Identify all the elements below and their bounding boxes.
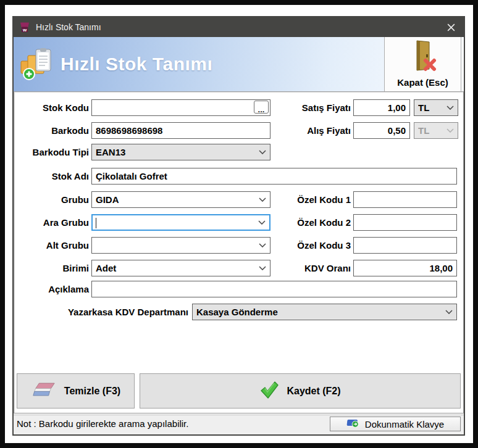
title-bar: w Hızlı Stok Tanımı — [14, 17, 464, 37]
eraser-icon — [31, 381, 57, 400]
close-icon — [447, 23, 456, 32]
stok-kodu-input[interactable] — [91, 99, 270, 116]
alis-fiyati-label: Alış Fiyatı — [273, 122, 351, 139]
window-title: Hızlı Stok Tanımı — [36, 17, 101, 37]
kaydet-button[interactable]: Kaydet (F2) — [140, 373, 461, 409]
chevron-down-icon — [258, 220, 266, 225]
yazarkasa-kdv-departmani-label: Yazarkasa KDV Departmanı — [14, 304, 188, 320]
stock-add-icon — [20, 46, 54, 83]
satis-currency-combo[interactable]: TL — [414, 99, 458, 116]
barkodu-tipi-combo[interactable]: EAN13 — [91, 144, 270, 160]
app-window: w Hızlı Stok Tanımı — [12, 16, 465, 436]
ara-grubu-label: Ara Grubu — [14, 214, 89, 231]
kapat-label: Kapat (Esc) — [385, 77, 461, 88]
status-bar: Not : Barkodu girilerekte arama yapılabi… — [14, 415, 464, 432]
page-title: Hızlı Stok Tanımı — [61, 37, 212, 91]
chevron-down-icon — [259, 266, 266, 270]
ozel-kodu-2-label: Özel Kodu 2 — [273, 214, 351, 231]
temizle-button[interactable]: Temizle (F3) — [17, 373, 135, 409]
header: Hızlı Stok Tanımı Kapat (Esc) — [14, 37, 464, 91]
chevron-down-icon — [259, 197, 266, 202]
ozel-kodu-2-input[interactable] — [353, 214, 457, 231]
birimi-label: Birimi — [14, 260, 89, 276]
alis-currency-combo: TL — [414, 122, 458, 139]
barkodu-tipi-label: Barkodu Tipi — [14, 144, 89, 160]
stok-kodu-label: Stok Kodu — [14, 99, 89, 116]
alt-grubu-label: Alt Grubu — [14, 237, 89, 254]
chevron-down-icon — [447, 106, 454, 110]
text-caret — [96, 218, 96, 228]
ozel-kodu-1-input[interactable] — [353, 191, 457, 208]
stok-adi-label: Stok Adı — [14, 168, 89, 185]
barkodu-label: Barkodu — [14, 122, 89, 139]
ozel-kodu-1-label: Özel Kodu 1 — [273, 191, 351, 208]
green-check-icon — [259, 380, 279, 402]
kdv-orani-label: KDV Oranı — [273, 260, 351, 276]
ozel-kodu-3-label: Özel Kodu 3 — [273, 237, 351, 254]
touch-keyboard-icon — [346, 418, 360, 430]
alis-fiyati-input[interactable] — [353, 122, 410, 139]
ara-grubu-combo[interactable] — [91, 214, 270, 231]
kaydet-label: Kaydet (F2) — [287, 386, 340, 397]
alt-grubu-combo[interactable] — [91, 237, 270, 254]
app-logo-icon: w — [19, 22, 30, 33]
stok-kodu-browse-button[interactable]: ... — [254, 101, 269, 114]
door-close-icon — [409, 39, 437, 74]
close-button[interactable] — [443, 20, 459, 35]
stok-adi-input[interactable] — [91, 168, 457, 185]
birimi-combo[interactable]: Adet — [91, 260, 270, 276]
yazarkasa-kdv-departmani-combo[interactable]: Kasaya Gönderme — [192, 304, 457, 320]
chevron-down-icon — [447, 128, 454, 133]
kapat-button[interactable]: Kapat (Esc) — [384, 37, 461, 91]
chevron-down-icon — [259, 150, 266, 154]
svg-text:w: w — [22, 27, 27, 33]
chevron-down-icon — [259, 243, 266, 247]
satis-fiyati-label: Satış Fiyatı — [273, 99, 351, 116]
chevron-down-icon — [445, 310, 453, 314]
screenshot-root: w Hızlı Stok Tanımı — [0, 0, 478, 448]
barkodu-input[interactable] — [91, 122, 270, 139]
grubu-label: Grubu — [14, 191, 89, 208]
aciklama-label: Açıklama — [14, 281, 89, 297]
dokunmatik-klavye-button[interactable]: Dokunmatik Klavye — [330, 417, 461, 431]
satis-fiyati-input[interactable] — [353, 99, 410, 116]
aciklama-input[interactable] — [91, 281, 457, 297]
status-note: Not : Barkodu girilerekte arama yapılabi… — [17, 415, 188, 433]
dokunmatik-klavye-label: Dokunmatik Klavye — [365, 419, 444, 429]
kdv-orani-input[interactable] — [353, 260, 457, 276]
grubu-combo[interactable]: GIDA — [91, 191, 270, 208]
ozel-kodu-3-input[interactable] — [353, 237, 457, 254]
temizle-label: Temizle (F3) — [64, 386, 120, 397]
